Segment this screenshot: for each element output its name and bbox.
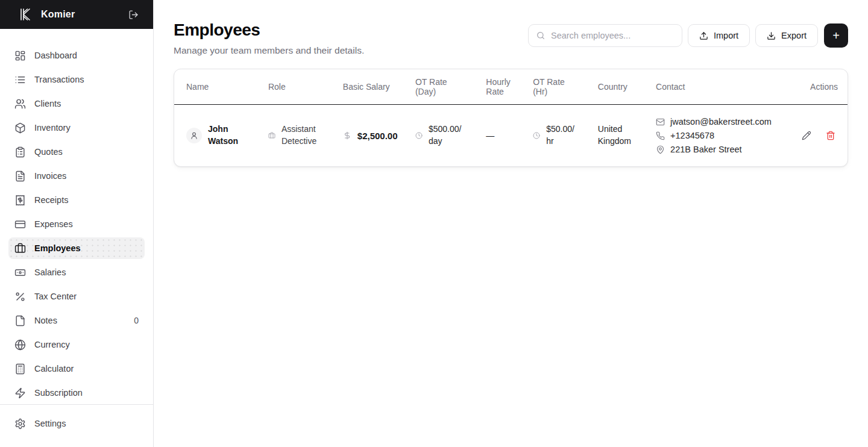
credit-card-icon xyxy=(14,219,26,230)
phone-icon xyxy=(656,131,665,140)
banknote-icon xyxy=(14,267,26,278)
cell-ot-rate-hr: $50.00/ hr xyxy=(526,105,591,167)
sidebar-item-label: Settings xyxy=(34,419,66,428)
sidebar-item-label: Currency xyxy=(34,340,70,349)
search-input[interactable] xyxy=(551,31,675,40)
cell-ot-rate-day: $500.00/ day xyxy=(408,105,479,167)
users-icon xyxy=(14,98,26,110)
column-header-role: Role xyxy=(261,69,336,105)
employee-name: John Watson xyxy=(208,123,241,148)
page-header: Employees Manage your team members and t… xyxy=(174,20,848,56)
employees-table-card: Name Role Basic Salary OT Rate (Day) Hou… xyxy=(174,69,848,167)
sidebar-item-expenses[interactable]: Expenses xyxy=(8,213,145,235)
komier-logo-icon xyxy=(18,7,33,22)
hourly-rate-value: — xyxy=(486,131,494,140)
search-box[interactable] xyxy=(528,24,682,47)
calculator-icon xyxy=(14,363,26,375)
dashboard-grid-icon xyxy=(14,50,26,61)
basic-salary-value: $2,500.00 xyxy=(357,131,398,141)
page-subtitle: Manage your team members and their detai… xyxy=(174,45,364,56)
percent-icon xyxy=(14,291,26,302)
notes-count-badge: 0 xyxy=(134,316,139,325)
import-button[interactable]: Import xyxy=(688,24,750,47)
clock-icon xyxy=(533,132,540,139)
delete-button[interactable] xyxy=(826,131,835,140)
cell-role: Assistant Detective xyxy=(261,105,336,167)
column-header-contact: Contact xyxy=(649,69,794,105)
briefcase-icon xyxy=(268,132,275,139)
header-controls: Import Export + xyxy=(528,23,848,48)
receipt-icon xyxy=(14,195,26,206)
employees-table: Name Role Basic Salary OT Rate (Day) Hou… xyxy=(174,69,848,166)
sidebar-item-employees[interactable]: Employees xyxy=(8,237,145,259)
sidebar-footer: Settings xyxy=(0,404,153,447)
contact-address: 221B Baker Street xyxy=(656,145,787,154)
contact-email: jwatson@bakerstreet.com xyxy=(656,117,787,127)
sidebar-item-label: Quotes xyxy=(34,147,63,157)
email-value: jwatson@bakerstreet.com xyxy=(670,117,772,127)
main-content: Employees Manage your team members and t… xyxy=(154,0,868,447)
sidebar-nav: Dashboard Transactions Clients Inventory… xyxy=(0,29,153,404)
sidebar-item-label: Receipts xyxy=(34,195,68,205)
sidebar-item-currency[interactable]: Currency xyxy=(8,334,145,355)
sidebar-item-invoices[interactable]: Invoices xyxy=(8,165,145,187)
cell-hourly-rate: — xyxy=(479,105,526,167)
sidebar-item-label: Expenses xyxy=(34,219,73,229)
cell-country: United Kingdom xyxy=(591,105,649,167)
sidebar-item-receipts[interactable]: Receipts xyxy=(8,189,145,211)
add-employee-button[interactable]: + xyxy=(824,23,848,48)
sidebar-item-label: Transactions xyxy=(34,75,84,84)
clipboard-list-icon xyxy=(14,146,26,158)
cell-basic-salary: $2,500.00 xyxy=(336,105,408,167)
column-header-ot-rate-hr: OT Rate (Hr) xyxy=(526,69,591,105)
sidebar-item-salaries[interactable]: Salaries xyxy=(8,261,145,283)
cell-contact: jwatson@bakerstreet.com +12345678 221B B… xyxy=(649,105,794,167)
country-value: United Kingdom xyxy=(598,124,631,146)
globe-icon xyxy=(14,339,26,351)
logout-icon[interactable] xyxy=(128,10,139,20)
sidebar-item-label: Salaries xyxy=(34,267,66,277)
phone-value: +12345678 xyxy=(670,131,714,140)
sidebar-item-settings[interactable]: Settings xyxy=(8,413,145,434)
zap-icon xyxy=(14,387,26,399)
export-button[interactable]: Export xyxy=(755,24,818,47)
column-header-ot-rate-day: OT Rate (Day) xyxy=(408,69,479,105)
user-icon xyxy=(190,131,198,140)
sidebar-topbar: Komier xyxy=(0,0,153,29)
column-header-hourly-rate: Hourly Rate xyxy=(479,69,526,105)
edit-button[interactable] xyxy=(802,131,811,140)
sidebar-item-subscription[interactable]: Subscription xyxy=(8,382,145,404)
sidebar-item-label: Calculator xyxy=(34,364,74,374)
list-icon xyxy=(14,74,26,86)
table-header: Name Role Basic Salary OT Rate (Day) Hou… xyxy=(174,69,848,105)
cell-name: John Watson xyxy=(174,105,261,167)
file-text-icon xyxy=(14,170,26,182)
import-button-label: Import xyxy=(714,31,738,40)
sidebar-item-inventory[interactable]: Inventory xyxy=(8,117,145,139)
avatar xyxy=(186,128,202,143)
sidebar-item-label: Subscription xyxy=(34,388,83,398)
ot-rate-day-value: $500.00/ day xyxy=(429,123,467,148)
sidebar-item-label: Notes xyxy=(34,316,57,325)
address-value: 221B Baker Street xyxy=(670,145,742,154)
column-header-country: Country xyxy=(591,69,649,105)
trash-icon xyxy=(826,131,835,140)
download-icon xyxy=(767,31,776,40)
upload-icon xyxy=(699,31,708,40)
map-pin-icon xyxy=(656,145,665,154)
sidebar-item-quotes[interactable]: Quotes xyxy=(8,141,145,163)
sidebar-item-clients[interactable]: Clients xyxy=(8,93,145,114)
mail-icon xyxy=(656,117,665,127)
sidebar-item-notes[interactable]: Notes 0 xyxy=(8,310,145,331)
pencil-icon xyxy=(802,131,811,140)
page-heading-block: Employees Manage your team members and t… xyxy=(174,20,364,56)
employee-role: Assistant Detective xyxy=(281,123,320,148)
cell-actions xyxy=(794,105,848,167)
sidebar-item-dashboard[interactable]: Dashboard xyxy=(8,45,145,66)
sidebar-item-calculator[interactable]: Calculator xyxy=(8,358,145,380)
sidebar: Komier Dashboard Transactions Clients In… xyxy=(0,0,154,447)
file-icon xyxy=(14,315,26,327)
sidebar-item-transactions[interactable]: Transactions xyxy=(8,69,145,90)
sidebar-item-tax-center[interactable]: Tax Center xyxy=(8,286,145,307)
briefcase-icon xyxy=(14,243,26,254)
